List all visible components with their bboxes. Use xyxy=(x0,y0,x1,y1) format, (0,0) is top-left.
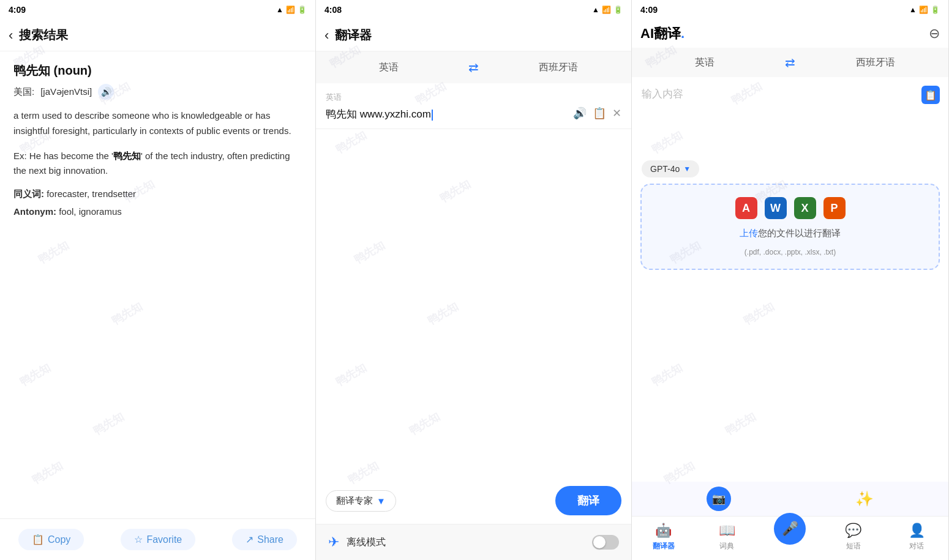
tab-dictionary[interactable]: 📖 词典 xyxy=(708,523,745,551)
tab-mic[interactable]: 🎤 xyxy=(771,518,808,545)
file-upload-area[interactable]: A W X P 上传您的文件以进行翻译 (.pdf, .docx, .pptx,… xyxy=(640,184,940,270)
bottom-bar: 📷 ✨ 🤖 翻译器 📖 词典 🎤 💬 短语 👤 对话 xyxy=(632,482,948,560)
favorite-label: Favorite xyxy=(146,534,182,545)
model-selector-button[interactable]: GPT-4o ▼ xyxy=(642,160,699,177)
copy-icon[interactable]: 📋 xyxy=(593,106,606,120)
battery-icon-2: 🔋 xyxy=(613,6,623,14)
chevron-down-icon: ▼ xyxy=(377,496,386,506)
favorite-button[interactable]: ☆ Favorite xyxy=(121,529,195,550)
translate-button[interactable]: 翻译 xyxy=(555,486,621,515)
tab-phrases[interactable]: 💬 短语 xyxy=(835,523,872,551)
example-prefix: Ex: He has become the ' xyxy=(13,151,113,161)
wifi-icon-3: ▲ xyxy=(909,6,917,14)
definition-text: a term used to describe someone who is k… xyxy=(13,108,302,139)
translate-controls: 翻译专家 ▼ 翻译 xyxy=(316,477,631,524)
input-area: 英语 鸭先知 www.yxzhi.com 🔊 📋 ✕ xyxy=(316,83,631,129)
mic-button[interactable]: 🎤 xyxy=(774,513,806,545)
ai-input-area[interactable]: 输入内容 📋 xyxy=(632,77,948,157)
dictionary-tab-icon: 📖 xyxy=(719,523,735,539)
copy-button[interactable]: 📋 Copy xyxy=(18,529,84,550)
toggle-knob xyxy=(593,536,606,548)
translator-tab-label: 翻译器 xyxy=(653,541,675,551)
status-icons: ▲ 📶 🔋 xyxy=(276,6,307,14)
nav-bar-2: ‹ 翻译器 xyxy=(316,20,631,51)
synonyms-values: forecaster, trendsetter xyxy=(47,189,136,199)
example-text: Ex: He has become the '鸭先知' of the tech … xyxy=(13,149,302,179)
panel-search-results: 鸭先知 鸭先知 鸭先知 鸭先知 鸭先知 鸭先知 鸭先知 鸭先知 鸭先知 4:09… xyxy=(0,0,316,560)
status-icons-3: ▲ 📶 🔋 xyxy=(909,6,940,14)
page-title-2: 翻译器 xyxy=(335,27,372,43)
expert-label: 翻译专家 xyxy=(336,495,373,507)
title-dot: . xyxy=(681,26,685,41)
sound-button[interactable]: 🔊 xyxy=(98,84,114,100)
input-language-label: 英语 xyxy=(326,92,621,103)
status-bar: 4:09 ▲ 📶 🔋 xyxy=(0,0,315,20)
tab-translator[interactable]: 🤖 翻译器 xyxy=(645,523,682,551)
paste-button[interactable]: 📋 xyxy=(921,86,940,104)
swap-languages-button[interactable]: ⇄ xyxy=(462,60,486,75)
input-action-icons: 🔊 📋 ✕ xyxy=(573,106,621,120)
phonetic-text: [jaVəjenVtsi] xyxy=(40,86,92,97)
share-label: Share xyxy=(257,534,283,545)
page-title: 搜索结果 xyxy=(19,27,68,43)
tab-bar: 🤖 翻译器 📖 词典 🎤 💬 短语 👤 对话 xyxy=(632,516,948,560)
ai-source-language-btn[interactable]: 英语 xyxy=(632,50,778,75)
watermark-text: 鸭先知 xyxy=(741,299,777,328)
status-icons-2: ▲ 📶 🔋 xyxy=(592,6,623,14)
upload-link-text[interactable]: 上传 xyxy=(740,228,758,238)
translation-input[interactable]: 鸭先知 www.yxzhi.com xyxy=(326,106,568,122)
share-button[interactable]: ↗ Share xyxy=(232,529,297,550)
ai-title-text: AI翻译 xyxy=(640,26,681,41)
camera-button[interactable]: 📷 xyxy=(707,487,731,511)
panel-translator: 鸭先知 鸭先知 鸭先知 鸭先知 鸭先知 鸭先知 鸭先知 鸭先知 鸭先知 4:08… xyxy=(316,0,632,560)
file-type-icons: A W X P xyxy=(735,197,846,219)
ai-target-language-btn[interactable]: 西班牙语 xyxy=(803,50,949,75)
status-time-3: 4:09 xyxy=(640,5,658,15)
phrases-tab-icon: 💬 xyxy=(845,523,861,539)
model-name: GPT-4o xyxy=(650,164,680,174)
ppt-icon: P xyxy=(823,197,846,219)
source-language-btn[interactable]: 英语 xyxy=(316,55,462,80)
word-title: 鸭先知 (noun) xyxy=(13,62,302,79)
ai-input-placeholder: 输入内容 xyxy=(642,87,939,101)
word-icon: W xyxy=(765,197,787,219)
action-bar: 📋 Copy ☆ Favorite ↗ Share xyxy=(0,518,315,560)
ai-swap-languages-button[interactable]: ⇄ xyxy=(778,55,803,70)
tab-conversation[interactable]: 👤 对话 xyxy=(898,523,935,551)
signal-icon-3: 📶 xyxy=(919,6,928,14)
watermark-text: 鸭先知 xyxy=(649,360,685,389)
offline-mode-row: ✈ 离线模式 xyxy=(316,524,631,560)
model-dropdown-icon: ▼ xyxy=(683,165,691,173)
target-language-btn[interactable]: 西班牙语 xyxy=(486,55,632,80)
model-selector-row: GPT-4o ▼ xyxy=(632,157,948,184)
battery-icon-3: 🔋 xyxy=(931,6,940,14)
offline-toggle[interactable] xyxy=(592,535,619,550)
upload-text-mid: 您的文件以进行翻译 xyxy=(758,228,841,238)
example-word: 鸭先知 xyxy=(113,151,141,161)
status-bar-3: 4:09 ▲ 📶 🔋 xyxy=(632,0,948,20)
back-button-2[interactable]: ‹ xyxy=(324,28,329,43)
magic-star-button[interactable]: ✨ xyxy=(855,490,874,507)
favorite-icon: ☆ xyxy=(134,534,143,545)
ai-nav-bar: AI翻译. ⊖ xyxy=(632,20,948,48)
upload-formats-text: (.pdf, .docx, .pptx, .xlsx, .txt) xyxy=(745,248,836,256)
input-content: 鸭先知 www.yxzhi.com xyxy=(326,108,431,120)
speaker-icon[interactable]: 🔊 xyxy=(573,106,587,120)
phonetic-row: 美国: [jaVəjenVtsi] 🔊 xyxy=(13,84,302,100)
translator-tab-icon: 🤖 xyxy=(655,523,672,539)
input-row: 鸭先知 www.yxzhi.com 🔊 📋 ✕ xyxy=(326,106,621,122)
ai-language-selector: 英语 ⇄ 西班牙语 xyxy=(632,48,948,77)
back-button[interactable]: ‹ xyxy=(9,28,13,43)
upload-text: 上传您的文件以进行翻译 xyxy=(740,228,841,239)
watermark-text: 鸭先知 xyxy=(722,409,759,438)
status-bar-2: 4:08 ▲ 📶 🔋 xyxy=(316,0,631,20)
expert-button[interactable]: 翻译专家 ▼ xyxy=(326,490,396,512)
phrases-tab-label: 短语 xyxy=(846,541,861,551)
clear-icon[interactable]: ✕ xyxy=(612,106,621,120)
offline-label: 离线模式 xyxy=(347,536,585,549)
phonetic-label: 美国: xyxy=(13,86,34,98)
antonym-values: fool, ignoramus xyxy=(59,206,122,217)
close-button[interactable]: ⊖ xyxy=(929,26,940,42)
wifi-icon: ▲ xyxy=(276,6,283,14)
conversation-tab-icon: 👤 xyxy=(909,523,925,539)
